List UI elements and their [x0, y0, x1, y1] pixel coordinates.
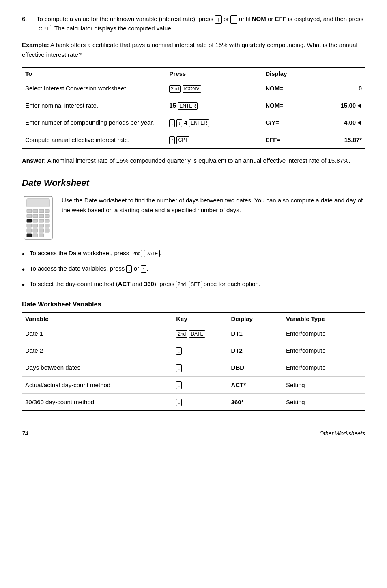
svg-rect-13 [45, 219, 49, 222]
row2-display: NOM= [262, 97, 324, 114]
svg-rect-12 [39, 219, 44, 222]
row3-press: ↓ ↓ 4 ENTER [166, 114, 262, 131]
th-val [324, 67, 365, 80]
svg-rect-15 [33, 224, 38, 227]
key-cpt-step6: CPT [37, 25, 51, 33]
table-row: Enter number of compounding periods per … [22, 114, 365, 131]
date-intro-text: Use the Date worksheet to find the numbe… [62, 196, 365, 215]
list-item: • To access the date variables, press ↓ … [22, 264, 365, 276]
answer-text: A nominal interest rate of 15% compounde… [47, 157, 350, 164]
vrow1-type: Enter/compute [283, 325, 365, 342]
svg-rect-14 [27, 224, 32, 227]
svg-rect-22 [27, 234, 32, 237]
vrow2-var: Date 2 [22, 342, 173, 359]
th-variable: Variable [22, 312, 173, 325]
key-up-r4: ↑ [169, 136, 175, 144]
key-date: DATE [144, 250, 160, 257]
row1-val: 0 [324, 80, 365, 97]
bullet-dot: • [22, 263, 25, 276]
svg-rect-11 [33, 219, 38, 222]
svg-rect-17 [45, 224, 49, 227]
vrow5-var: 30/360 day-count method [22, 393, 173, 410]
table-row: Date 1 2nd DATE DT1 Enter/compute [22, 325, 365, 342]
answer-label: Answer: [22, 157, 46, 164]
example-text: A bank offers a certificate that pays a … [22, 41, 357, 58]
key-2nd-date1: 2nd [131, 250, 142, 257]
row2-val: 15.00◄ [324, 97, 365, 114]
row2-press: 15 ENTER [166, 97, 262, 114]
key-set: SET [189, 281, 202, 288]
key-down-r3a: ↓ [169, 119, 175, 127]
bullet-text-2: To access the date variables, press ↓ or… [30, 264, 148, 274]
key-down-dt2: ↓ [176, 347, 182, 355]
row4-val: 15.87* [324, 131, 365, 148]
var-section-heading: Date Worksheet Variables [22, 301, 365, 308]
key-2nd-set: 2nd [176, 281, 187, 288]
row3-val: 4.00◄ [324, 114, 365, 131]
key-cpt-r4: CPT [176, 136, 189, 144]
bullet-text-1: To access the Date worksheet, press 2nd … [30, 249, 161, 258]
key-down-r3b: ↓ [176, 119, 182, 127]
vrow4-type: Setting [283, 376, 365, 393]
key-iconv: ICONV [183, 85, 201, 93]
key-enter-r2: ENTER [178, 102, 198, 110]
bullet-dot: • [22, 248, 25, 260]
th-display2: Display [228, 312, 283, 325]
key-down-arrow-1: ↓ [215, 15, 222, 24]
vrow1-var: Date 1 [22, 325, 173, 342]
row4-press: ↑ CPT [166, 131, 262, 148]
svg-rect-16 [39, 224, 44, 227]
vrow3-type: Enter/compute [283, 359, 365, 376]
table-row: Actual/actual day-count method ↓ ACT* Se… [22, 376, 365, 393]
table-row: Enter nominal interest rate. 15 ENTER NO… [22, 97, 365, 114]
svg-rect-5 [45, 209, 49, 213]
key-up-b2: ↑ [141, 265, 146, 273]
vrow4-key: ↓ [173, 376, 228, 393]
svg-rect-8 [39, 214, 44, 218]
vrow3-key: ↓ [173, 359, 228, 376]
key-enter-r3: ENTER [189, 119, 209, 127]
key-up-arrow-1: ↑ [230, 15, 237, 24]
th-to: To [22, 67, 166, 80]
th-key: Key [173, 312, 228, 325]
svg-rect-3 [33, 209, 38, 213]
key-down-b2: ↓ [126, 265, 132, 273]
table-row: 30/360 day-count method ↓ 360* Setting [22, 393, 365, 410]
example-label: Example: [22, 41, 49, 48]
svg-rect-1 [27, 199, 49, 207]
vrow5-display: 360* [228, 393, 283, 410]
date-intro-container: Use the Date worksheet to find the numbe… [22, 196, 365, 241]
row1-to: Select Interest Conversion worksheet. [22, 80, 166, 97]
calculator-icon [22, 196, 54, 241]
vrow5-type: Setting [283, 393, 365, 410]
step-text-or: or [224, 15, 231, 22]
vrow4-display: ACT* [228, 376, 283, 393]
vrow1-display: DT1 [228, 325, 283, 342]
row1-display: NOM= [262, 80, 324, 97]
answer-block: Answer: A nominal interest rate of 15% c… [22, 156, 365, 166]
row2-to: Enter nominal interest rate. [22, 97, 166, 114]
table-row: Compute annual effective interest rate. … [22, 131, 365, 148]
svg-rect-20 [39, 229, 44, 232]
step-text-part2: until NOM or EFF is displayed, and then … [239, 15, 363, 22]
footer-title: Other Worksheets [319, 430, 365, 437]
vrow3-var: Days between dates [22, 359, 173, 376]
step-text-part3: . The calculator displays the computed v… [51, 25, 173, 32]
th-vartype: Variable Type [283, 312, 365, 325]
vrow1-key: 2nd DATE [173, 325, 228, 342]
step-6: 6. To compute a value for the unknown va… [22, 15, 365, 33]
list-item: • To access the Date worksheet, press 2n… [22, 249, 365, 260]
date-worksheet-table: Variable Key Display Variable Type Date … [22, 312, 365, 411]
row4-to: Compute annual effective interest rate. [22, 131, 166, 148]
svg-rect-10 [27, 219, 32, 222]
svg-rect-23 [33, 234, 38, 237]
vrow2-type: Enter/compute [283, 342, 365, 359]
bullet-text-3: To select the day-count method (ACT and … [30, 280, 260, 289]
table-row: Days between dates ↓ DBD Enter/compute [22, 359, 365, 376]
key-2nd-dt1: 2nd [176, 330, 187, 338]
th-display: Display [262, 67, 324, 80]
svg-rect-6 [27, 214, 32, 218]
key-2nd-r1: 2nd [169, 85, 181, 93]
table-row: Date 2 ↓ DT2 Enter/compute [22, 342, 365, 359]
svg-rect-7 [33, 214, 38, 218]
